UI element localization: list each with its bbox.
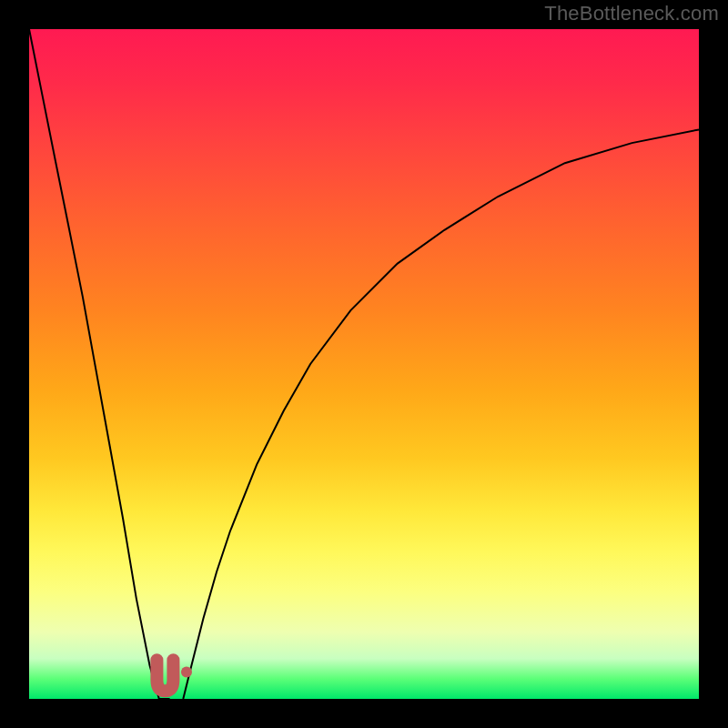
right-curve [183,129,699,699]
chart-frame: TheBottleneck.com [0,0,728,728]
watermark-text: TheBottleneck.com [544,2,719,25]
marker-dot [181,667,192,678]
left-curve [29,29,170,699]
plot-area [29,29,699,699]
chart-svg [29,29,699,699]
optimal-u-marker [157,660,173,691]
